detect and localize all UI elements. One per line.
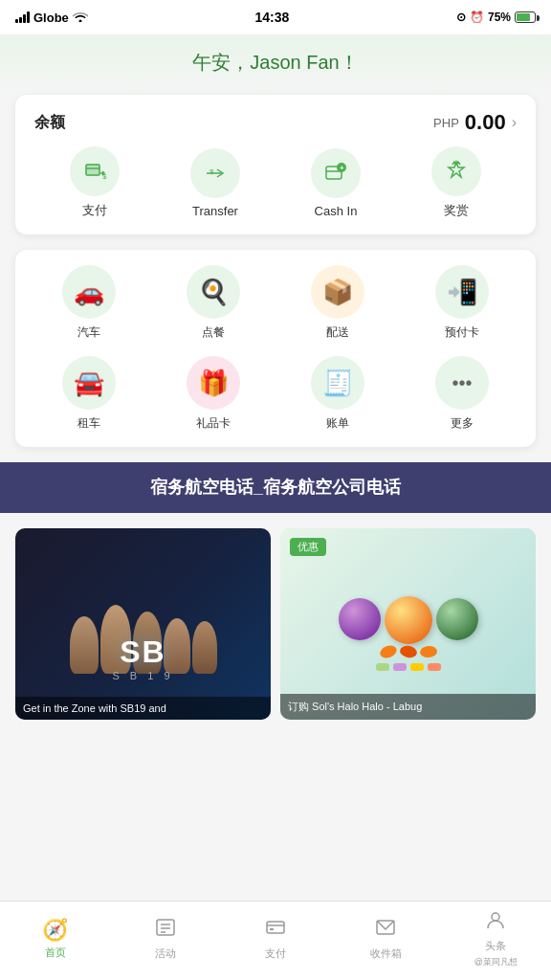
nav-activity[interactable]: 活动 [110,917,220,961]
currency-label: PHP [433,116,459,130]
pay-label: 支付 [82,202,107,219]
promotions-section: SB S B 1 9 Get in the Zone with SB19 and… [0,513,551,720]
svg-rect-15 [267,922,284,933]
action-cashin[interactable]: + Cash In [276,148,396,218]
header: 午安，Jason Fan！ [0,34,551,95]
inbox-nav-icon [375,917,396,944]
giftcard-icon: 🎁 [187,356,240,410]
status-left: Globe [15,11,88,25]
status-time: 14:38 [255,10,290,25]
prepaid-icon: 📲 [435,265,489,319]
greeting-text: 午安，Jason Fan！ [19,50,532,76]
balance-card: 余额 PHP 0.00 › $ 支付 [15,95,536,234]
svg-point-19 [492,913,499,921]
more-icon: ••• [435,356,489,410]
location-icon: ⊙ [456,11,466,24]
activity-nav-label: 活动 [155,947,176,961]
sb19-bg: SB S B 1 9 Get in the Zone with SB19 and [15,528,271,720]
alarm-icon: ⏰ [470,11,484,24]
sb19-sub: S B 1 9 [15,670,271,681]
prepaid-label: 预付卡 [445,324,479,341]
carrier-label: Globe [33,11,69,25]
pay-nav-label: 支付 [265,947,286,961]
services-section: 🚗 汽车 🍳 点餐 📦 配送 📲 预付卡 🚘 租车 🎁 礼品卡 🧾 账单 [15,250,536,447]
bottom-nav: 🧭 首页 活动 支付 收 [0,901,551,980]
car-label: 汽车 [77,324,100,341]
sb19-promo-title: Get in the Zone with SB19 and [15,697,271,720]
service-giftcard[interactable]: 🎁 礼品卡 [155,356,272,432]
sb19-logo: SB [15,635,271,670]
action-rewards[interactable]: 奖赏 [396,146,517,219]
nav-pay[interactable]: 支付 [220,917,330,961]
pay-icon: $ [70,146,120,196]
wifi-icon [73,11,88,25]
battery-icon [515,11,536,23]
service-car[interactable]: 🚗 汽车 [31,265,147,341]
activity-nav-icon [155,917,176,944]
service-bills[interactable]: 🧾 账单 [279,356,396,432]
food-label: 点餐 [202,324,225,341]
balance-top: 余额 PHP 0.00 › [34,110,517,135]
service-more[interactable]: ••• 更多 [404,356,520,432]
home-nav-label: 首页 [45,946,66,960]
overlay-banner[interactable]: 宿务航空电话_宿务航空公司电话 [0,462,551,513]
transfer-label: Transfer [192,204,238,218]
svg-text:+: + [340,164,344,172]
giftcard-label: 礼品卡 [196,415,231,432]
rewards-icon [431,146,481,196]
profile-nav-label: 头条 [485,939,506,953]
status-right: ⊙ ⏰ 75% [456,11,536,24]
halo-bg: 优惠 [280,528,536,720]
svg-rect-0 [85,164,100,176]
balance-value: 0.00 [465,110,506,135]
battery-percent: 75% [488,11,511,24]
nav-profile[interactable]: 头条 @菜同凡想 [441,909,551,969]
promo-sb19[interactable]: SB S B 1 9 Get in the Zone with SB19 and [15,528,271,720]
nav-home[interactable]: 🧭 首页 [0,918,110,960]
service-food[interactable]: 🍳 点餐 [155,265,272,341]
delivery-icon: 📦 [311,265,364,319]
status-bar: Globe 14:38 ⊙ ⏰ 75% [0,0,551,34]
more-label: 更多 [451,415,474,432]
rental-label: 租车 [77,415,100,432]
service-delivery[interactable]: 📦 配送 [279,265,396,341]
profile-sub-label: @菜同凡想 [474,956,518,969]
rewards-label: 奖赏 [444,202,469,219]
promo-halo[interactable]: 优惠 [280,528,536,720]
profile-nav-icon [485,909,506,936]
delivery-label: 配送 [326,324,349,341]
car-icon: 🚗 [62,265,116,319]
transfer-icon: $ [190,148,240,198]
chevron-right-icon[interactable]: › [512,114,517,131]
promotions-grid: SB S B 1 9 Get in the Zone with SB19 and… [15,528,536,720]
balance-label: 余额 [34,113,65,133]
promo-badge: 优惠 [290,538,326,556]
bills-label: 账单 [326,415,349,432]
svg-text:$: $ [209,167,214,176]
action-transfer[interactable]: $ Transfer [155,148,276,218]
food-icon: 🍳 [187,265,240,319]
action-pay[interactable]: $ 支付 [34,146,155,219]
halo-promo-title: 订购 Sol's Halo Halo - Labug [280,694,536,720]
balance-amount[interactable]: PHP 0.00 › [433,110,517,135]
bills-icon: 🧾 [311,356,364,410]
service-prepaid[interactable]: 📲 预付卡 [404,265,520,341]
home-nav-icon: 🧭 [42,918,68,943]
quick-actions: $ 支付 $ Transfer [34,146,517,219]
overlay-banner-text: 宿务航空电话_宿务航空公司电话 [19,476,532,500]
signal-icon [15,11,30,23]
svg-rect-17 [270,928,274,930]
service-rental[interactable]: 🚘 租车 [31,356,147,432]
inbox-nav-label: 收件箱 [370,947,402,961]
nav-inbox[interactable]: 收件箱 [331,917,441,961]
cashin-label: Cash In [315,204,358,218]
services-grid: 🚗 汽车 🍳 点餐 📦 配送 📲 预付卡 🚘 租车 🎁 礼品卡 🧾 账单 [31,265,520,432]
cashin-icon: + [311,148,361,198]
pay-nav-icon [265,917,286,944]
rental-icon: 🚘 [62,356,116,410]
